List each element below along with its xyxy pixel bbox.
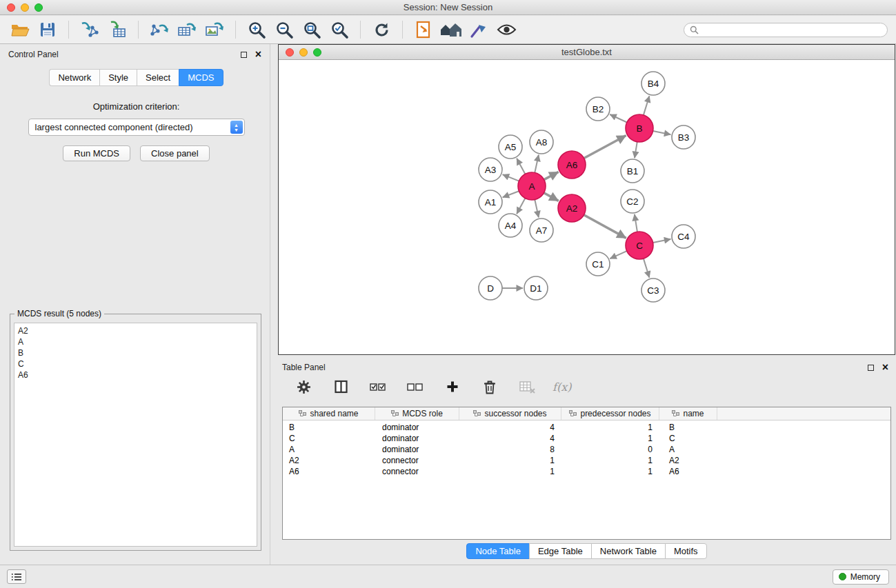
edge-A-A8[interactable] bbox=[535, 155, 539, 173]
edge-A6-B[interactable] bbox=[584, 136, 626, 159]
mcds-result-item[interactable]: A2 bbox=[14, 325, 257, 336]
node-B3[interactable]: B3 bbox=[672, 125, 695, 149]
node-B2[interactable]: B2 bbox=[586, 97, 610, 121]
edge-A-A5[interactable] bbox=[517, 159, 525, 174]
tab-mcds[interactable]: MCDS bbox=[179, 69, 223, 86]
zoom-selected-button[interactable] bbox=[328, 19, 351, 41]
column-header-predecessor-nodes[interactable]: predecessor nodes bbox=[561, 407, 659, 420]
mcds-result-item[interactable]: B bbox=[14, 347, 257, 358]
edge-A-A3[interactable] bbox=[503, 174, 519, 181]
network-graph[interactable]: B4B2BB3A5A8A6B1A3AA1C2A2A4A7C4CC1C3DD1 bbox=[279, 61, 895, 354]
mcds-result-item[interactable]: A6 bbox=[14, 369, 257, 381]
node-C3[interactable]: C3 bbox=[641, 278, 665, 302]
edge-A-A4[interactable] bbox=[517, 199, 525, 214]
node-A3[interactable]: A3 bbox=[479, 158, 502, 181]
add-column-button[interactable] bbox=[441, 376, 464, 398]
export-table-button[interactable] bbox=[175, 19, 199, 41]
show-columns-button[interactable] bbox=[329, 376, 352, 398]
network-canvas[interactable]: B4B2BB3A5A8A6B1A3AA1C2A2A4A7C4CC1C3DD1 bbox=[279, 61, 895, 354]
import-table-button[interactable] bbox=[106, 19, 129, 41]
node-A4[interactable]: A4 bbox=[499, 214, 522, 237]
select-all-button[interactable] bbox=[366, 376, 390, 398]
edge-A-A7[interactable] bbox=[535, 200, 539, 218]
search-box[interactable] bbox=[684, 23, 888, 37]
zoom-in-button[interactable] bbox=[245, 19, 268, 41]
zoom-fit-button[interactable] bbox=[300, 19, 323, 41]
delete-column-button[interactable] bbox=[478, 376, 501, 398]
tab-motifs[interactable]: Motifs bbox=[665, 543, 707, 559]
delete-table-button[interactable] bbox=[515, 376, 539, 398]
tab-edge-table[interactable]: Edge Table bbox=[529, 543, 592, 559]
edge-A-A1[interactable] bbox=[503, 191, 519, 197]
node-A6[interactable]: A6 bbox=[558, 151, 586, 179]
memory-button[interactable]: Memory bbox=[833, 569, 889, 585]
close-table-panel-icon[interactable]: × bbox=[882, 363, 891, 372]
node-C1[interactable]: C1 bbox=[586, 252, 610, 276]
node-A8[interactable]: A8 bbox=[530, 130, 553, 154]
tab-network-table[interactable]: Network Table bbox=[591, 543, 666, 559]
node-A[interactable]: A bbox=[518, 172, 546, 200]
edge-B-B3[interactable] bbox=[653, 131, 671, 134]
deselect-all-button[interactable] bbox=[404, 376, 427, 398]
edge-C-C4[interactable] bbox=[653, 239, 671, 243]
edge-A-A2[interactable] bbox=[544, 193, 559, 201]
table-settings-button[interactable] bbox=[292, 376, 315, 398]
node-B4[interactable]: B4 bbox=[641, 72, 665, 95]
column-header-MCDS-role[interactable]: MCDS role bbox=[375, 407, 459, 420]
table-row[interactable]: Adominator80A bbox=[283, 444, 890, 455]
open-session-button[interactable] bbox=[8, 19, 32, 41]
export-network-button[interactable] bbox=[148, 19, 171, 41]
mcds-result-item[interactable]: C bbox=[14, 358, 257, 369]
column-header-shared-name[interactable]: shared name bbox=[283, 407, 375, 420]
edge-C-C3[interactable] bbox=[644, 258, 650, 278]
table-row[interactable]: Bdominator41B bbox=[283, 422, 890, 433]
open-document-button[interactable] bbox=[412, 19, 435, 41]
apply-layout-button[interactable] bbox=[370, 19, 393, 41]
close-panel-button[interactable]: Close panel bbox=[140, 145, 210, 161]
tab-network[interactable]: Network bbox=[49, 69, 99, 86]
table-row[interactable]: Cdominator41C bbox=[283, 433, 890, 444]
node-A5[interactable]: A5 bbox=[499, 135, 522, 159]
edge-B-B2[interactable] bbox=[610, 114, 627, 123]
tab-node-table[interactable]: Node Table bbox=[466, 543, 530, 559]
node-A2[interactable]: A2 bbox=[558, 194, 586, 222]
node-A7[interactable]: A7 bbox=[530, 219, 553, 242]
save-session-button[interactable] bbox=[36, 19, 59, 41]
task-history-button[interactable] bbox=[7, 569, 26, 584]
edge-B-B4[interactable] bbox=[644, 96, 650, 115]
tab-select[interactable]: Select bbox=[137, 69, 179, 86]
zoom-out-button[interactable] bbox=[272, 19, 296, 41]
export-image-button[interactable] bbox=[203, 19, 226, 41]
show-details-button[interactable] bbox=[495, 19, 518, 41]
edge-C-C1[interactable] bbox=[610, 251, 627, 258]
browser-home-button[interactable] bbox=[439, 19, 463, 41]
search-input[interactable] bbox=[702, 25, 882, 34]
node-B1[interactable]: B1 bbox=[621, 159, 644, 183]
edge-A2-C[interactable] bbox=[584, 215, 626, 239]
mcds-result-list[interactable]: A2ABCA6 bbox=[14, 323, 257, 547]
close-panel-icon[interactable]: × bbox=[255, 50, 264, 59]
node-A1[interactable]: A1 bbox=[479, 190, 502, 214]
table-row[interactable]: A2connector11A2 bbox=[283, 455, 890, 466]
edge-A-A6[interactable] bbox=[544, 172, 559, 179]
float-table-panel-button[interactable] bbox=[868, 365, 874, 371]
node-D[interactable]: D bbox=[479, 276, 502, 300]
function-builder-button[interactable]: f(x) bbox=[552, 381, 571, 394]
edge-B-B1[interactable] bbox=[635, 142, 637, 159]
column-header-successor-nodes[interactable]: successor nodes bbox=[459, 407, 561, 420]
edge-C-C2[interactable] bbox=[635, 214, 637, 232]
tab-style[interactable]: Style bbox=[99, 69, 137, 86]
node-C[interactable]: C bbox=[626, 232, 653, 259]
node-C2[interactable]: C2 bbox=[621, 190, 644, 213]
import-network-button[interactable] bbox=[78, 19, 101, 41]
column-header-name[interactable]: name bbox=[659, 407, 717, 420]
mcds-result-item[interactable]: A bbox=[14, 336, 257, 347]
node-B[interactable]: B bbox=[626, 114, 653, 142]
criterion-dropdown[interactable]: largest connected component (directed) ▲… bbox=[28, 119, 245, 136]
brush-button[interactable] bbox=[467, 19, 490, 41]
node-C4[interactable]: C4 bbox=[672, 225, 695, 248]
table-row[interactable]: A6connector11A6 bbox=[283, 466, 890, 477]
node-D1[interactable]: D1 bbox=[524, 276, 548, 300]
run-mcds-button[interactable]: Run MCDS bbox=[63, 145, 130, 161]
float-panel-button[interactable] bbox=[241, 52, 247, 58]
